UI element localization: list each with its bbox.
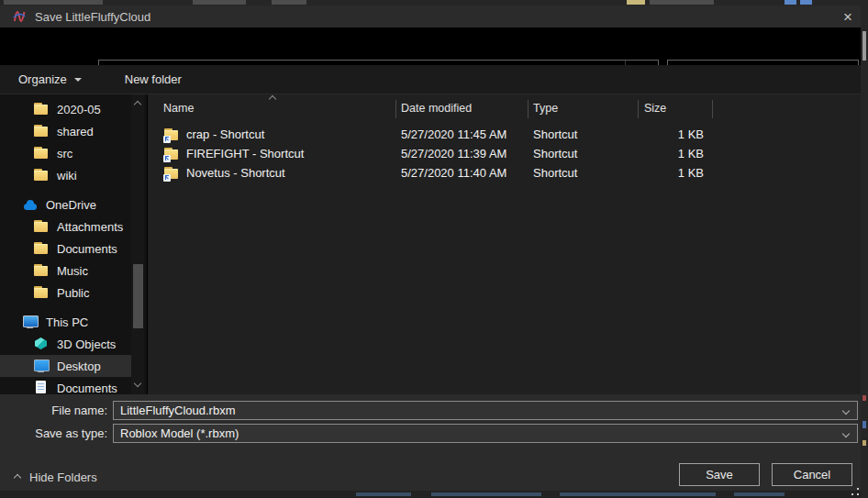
folder-shortcut-icon [163, 166, 180, 181]
chevron-up-icon [14, 473, 21, 481]
file-size: 1 KB [638, 147, 712, 160]
sidebar-item-documents[interactable]: Documents [0, 377, 131, 394]
desktop-icon [33, 359, 50, 373]
cube-icon [33, 337, 50, 351]
shortcut-arrow-overlay-icon [163, 174, 171, 182]
sort-ascending-icon [269, 95, 276, 103]
new-folder-label: New folder [125, 72, 182, 86]
cancel-button[interactable]: Cancel [772, 463, 852, 486]
sidebar-item-shared[interactable]: shared [0, 120, 131, 142]
sidebar-item-music[interactable]: Music [0, 260, 131, 282]
table-row[interactable]: Novetus - Shortcut5/27/2020 11:40 AMShor… [148, 163, 860, 183]
sidebar-item-label: wiki [57, 169, 77, 183]
file-list-body: crap - Shortcut5/27/2020 11:45 AMShortcu… [148, 125, 860, 183]
file-name-label: File name: [0, 401, 107, 420]
sidebar-item-documents[interactable]: Documents [0, 238, 131, 260]
sidebar-item-label: Music [57, 264, 88, 278]
file-type: Shortcut [528, 127, 638, 141]
organize-button[interactable]: Organize [18, 72, 82, 86]
file-type: Shortcut [528, 166, 638, 180]
hide-folders-label: Hide Folders [29, 470, 97, 484]
file-date-modified: 5/27/2020 11:39 AM [395, 147, 528, 160]
column-header-size[interactable]: Size [644, 102, 666, 115]
sidebar-item-this-pc[interactable]: This PC [0, 311, 131, 333]
save-as-type-value: Roblox Model (*.rbxm) [114, 426, 843, 440]
sidebar-item-label: 2020-05 [57, 103, 101, 116]
file-name: FIREFIGHT - Shortcut [186, 147, 304, 160]
folder-icon [33, 102, 50, 116]
sidebar-item-public[interactable]: Public [0, 282, 131, 304]
file-type: Shortcut [528, 147, 638, 160]
sidebar-item-label: 3D Objects [57, 338, 116, 351]
sidebar-item-label: Public [57, 286, 89, 300]
file-name-input[interactable] [114, 404, 843, 417]
folder-tree-sidebar: 2020-05sharedsrcwikiOneDriveAttachmentsD… [0, 94, 147, 394]
chevron-down-icon [842, 429, 850, 437]
sidebar-scrollbar-thumb[interactable] [133, 264, 143, 328]
folder-icon [33, 168, 50, 183]
sidebar-item-src[interactable]: src [0, 142, 131, 164]
cloud-icon [22, 197, 39, 212]
table-row[interactable]: crap - Shortcut5/27/2020 11:45 AMShortcu… [148, 125, 860, 144]
sidebar-item-label: Documents [57, 242, 117, 256]
organize-label: Organize [18, 72, 67, 86]
sidebar-item-label: shared [57, 125, 94, 138]
sidebar-item-label: This PC [46, 315, 88, 329]
folder-icon [33, 219, 50, 234]
command-toolbar: Organize New folder ? [0, 65, 868, 94]
file-name: crap - Shortcut [186, 127, 264, 141]
column-header-type[interactable]: Type [533, 102, 558, 115]
file-date-modified: 5/27/2020 11:45 AM [395, 127, 528, 141]
sidebar-scrollbar[interactable] [131, 94, 144, 394]
chevron-down-icon [842, 406, 850, 414]
file-size: 1 KB [638, 127, 712, 141]
list-header-row: Name Date modified Type Size [148, 94, 860, 121]
caret-down-icon [74, 78, 82, 82]
sidebar-item-label: Documents [57, 382, 117, 395]
save-as-type-label: Save as type: [0, 424, 107, 443]
dialog-title: Save LittleFluffyCloud [35, 10, 150, 24]
sidebar-item-wiki[interactable]: wiki [0, 164, 131, 186]
folder-shortcut-icon [163, 147, 180, 161]
dialog-titlebar: Save LittleFluffyCloud × [0, 6, 868, 28]
background-app-bottom-fragment [0, 491, 868, 498]
file-name-combo[interactable] [113, 401, 858, 420]
folder-icon [33, 285, 50, 300]
folder-icon [33, 124, 50, 138]
sidebar-item-desktop[interactable]: Desktop [0, 355, 131, 377]
table-row[interactable]: FIREFIGHT - Shortcut5/27/2020 11:39 AMSh… [148, 144, 860, 163]
sidebar-item-3d-objects[interactable]: 3D Objects [0, 333, 131, 355]
pc-icon [22, 315, 39, 329]
background-app-right-fragment [861, 6, 868, 498]
navigation-bar: ← → ↑ This PC Desktop ↻ [0, 28, 868, 65]
folder-icon [33, 263, 50, 278]
file-name: Novetus - Shortcut [186, 166, 285, 180]
document-icon [33, 381, 50, 394]
sidebar-item-label: OneDrive [46, 198, 96, 212]
file-size: 1 KB [638, 166, 712, 180]
sidebar-item-2020-05[interactable]: 2020-05 [0, 98, 131, 120]
file-date-modified: 5/27/2020 11:40 AM [395, 166, 528, 180]
folder-icon [33, 241, 50, 256]
sidebar-item-label: Desktop [57, 360, 101, 373]
hide-folders-button[interactable]: Hide Folders [15, 470, 97, 484]
sidebar-item-onedrive[interactable]: OneDrive [0, 194, 131, 216]
folder-shortcut-icon [163, 127, 180, 142]
sidebar-item-attachments[interactable]: Attachments [0, 216, 131, 238]
save-button[interactable]: Save [679, 463, 760, 486]
shortcut-arrow-overlay-icon [163, 136, 171, 143]
sidebar-item-label: Attachments [57, 220, 123, 234]
sidebar-item-label: src [57, 147, 72, 160]
file-list-pane: Name Date modified Type Size crap - Shor… [148, 94, 860, 394]
shortcut-arrow-overlay-icon [163, 155, 171, 162]
new-folder-button[interactable]: New folder [125, 72, 182, 86]
save-as-type-combo[interactable]: Roblox Model (*.rbxm) [113, 424, 858, 443]
column-header-date-modified[interactable]: Date modified [401, 102, 472, 115]
novetus-icon [12, 9, 27, 24]
column-header-name[interactable]: Name [163, 102, 194, 115]
folder-icon [33, 146, 50, 160]
close-icon: × [843, 9, 852, 25]
save-controls-panel: File name: Save as type: Roblox Model (*… [0, 394, 868, 491]
